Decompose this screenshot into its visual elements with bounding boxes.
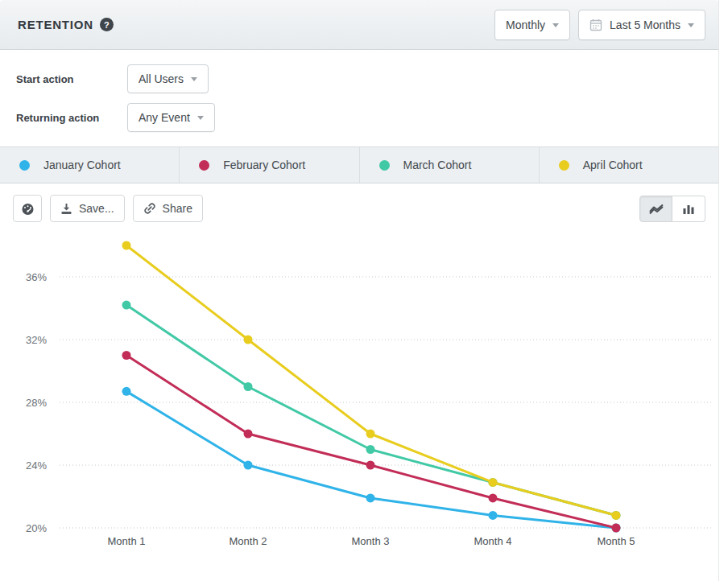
returning-action-label: Returning action — [16, 112, 127, 124]
cohort-legend: January Cohort February Cohort March Coh… — [0, 146, 718, 183]
svg-text:Month 2: Month 2 — [230, 535, 267, 547]
chevron-down-icon — [552, 23, 559, 27]
start-action-label: Start action — [16, 73, 127, 85]
legend-item-april-cohort[interactable]: April Cohort — [540, 147, 718, 183]
granularity-dropdown-value: Monthly — [506, 19, 545, 31]
series-color-dot — [199, 160, 209, 171]
svg-text:32%: 32% — [26, 334, 47, 346]
series-color-dot — [379, 160, 390, 171]
line-chart-toggle-button[interactable] — [639, 196, 672, 222]
returning-action-dropdown[interactable]: Any Event — [127, 103, 215, 132]
retention-line-chart[interactable]: 36%32%28%24%20%Month 1Month 2Month 3Mont… — [0, 226, 719, 571]
help-icon[interactable]: ? — [100, 18, 114, 31]
bar-chart-icon — [682, 203, 695, 215]
legend-label: January Cohort — [43, 159, 121, 171]
legend-label: February Cohort — [223, 159, 305, 171]
share-button[interactable]: Share — [133, 195, 203, 222]
svg-text:24%: 24% — [26, 459, 47, 472]
returning-action-value: Any Event — [139, 111, 190, 124]
save-button-label: Save... — [79, 202, 114, 215]
add-to-dashboard-button[interactable] — [13, 195, 42, 222]
download-icon — [60, 203, 72, 215]
speedometer-icon — [21, 202, 35, 216]
granularity-dropdown[interactable]: Monthly — [494, 10, 570, 40]
chevron-down-icon — [197, 116, 204, 120]
legend-label: April Cohort — [583, 159, 643, 171]
svg-text:Month 4: Month 4 — [474, 535, 512, 547]
legend-item-january-cohort[interactable]: January Cohort — [0, 147, 180, 183]
report-header: RETENTION ? Monthly — [0, 0, 718, 50]
save-button[interactable]: Save... — [50, 195, 125, 222]
legend-item-february-cohort[interactable]: February Cohort — [180, 147, 359, 183]
chevron-down-icon — [688, 23, 694, 27]
series-color-dot — [19, 160, 30, 171]
page-title: RETENTION — [18, 18, 93, 31]
chevron-down-icon — [191, 77, 197, 81]
svg-text:20%: 20% — [26, 522, 47, 534]
svg-text:Month 3: Month 3 — [352, 535, 390, 547]
svg-text:36%: 36% — [26, 271, 47, 283]
date-range-dropdown-value: Last 5 Months — [610, 19, 680, 31]
legend-item-march-cohort[interactable]: March Cohort — [360, 147, 540, 183]
svg-text:Month 1: Month 1 — [108, 535, 146, 547]
start-action-value: All Users — [139, 72, 184, 85]
link-icon — [143, 202, 156, 215]
retention-report-card: RETENTION ? Monthly — [0, 0, 719, 581]
legend-label: March Cohort — [403, 159, 472, 171]
chart-type-toggle — [639, 196, 705, 222]
line-chart-icon — [648, 202, 664, 215]
date-range-dropdown[interactable]: Last 5 Months — [578, 10, 705, 40]
chart-section: Save... Share — [0, 183, 718, 571]
start-action-dropdown[interactable]: All Users — [127, 64, 209, 93]
share-button-label: Share — [163, 202, 192, 215]
svg-text:28%: 28% — [26, 397, 47, 409]
calendar-icon — [589, 19, 602, 31]
filters-panel: Start action All Users Returning action … — [0, 50, 718, 146]
series-color-dot — [559, 160, 569, 171]
bar-chart-toggle-button[interactable] — [672, 196, 705, 222]
svg-text:Month 5: Month 5 — [598, 535, 635, 547]
chart-toolbar: Save... Share — [0, 183, 718, 222]
